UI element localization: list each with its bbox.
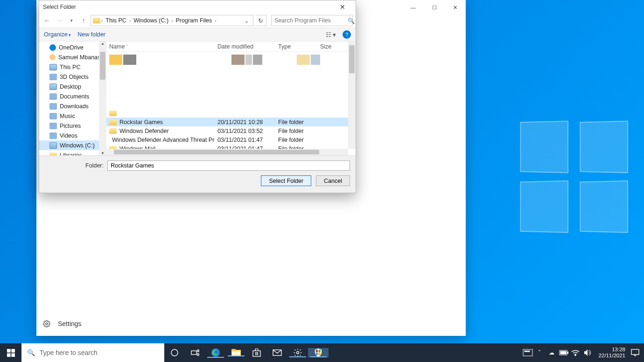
generic-icon [49, 123, 57, 129]
svg-rect-17 [257, 354, 259, 355]
cloud-icon [49, 44, 56, 51]
maximize-button[interactable]: ☐ [424, 0, 445, 15]
settings-icon[interactable] [287, 348, 308, 357]
input-indicator-icon[interactable] [523, 349, 532, 356]
svg-rect-8 [197, 354, 199, 355]
tree-item-label: Desktop [60, 84, 81, 90]
file-scrollbar-v[interactable] [348, 42, 356, 149]
organize-menu[interactable]: Organize [44, 31, 71, 38]
taskview-icon[interactable] [185, 349, 205, 356]
clock-date: 22/11/2021 [598, 353, 625, 359]
file-row[interactable]: Windows Mail03/11/2021 01:47File folder [106, 144, 348, 149]
view-menu[interactable]: ☷ ▾ [326, 31, 336, 38]
svg-point-31 [575, 355, 576, 356]
file-row[interactable]: Windows Defender03/11/2021 03:52File fol… [106, 126, 348, 135]
address-bar[interactable]: › This PC › Windows (C:) › Program Files… [91, 15, 253, 26]
tree-item[interactable]: Samuel Mbanasq [39, 52, 106, 62]
svg-rect-14 [255, 352, 257, 354]
help-icon[interactable]: ? [343, 30, 351, 39]
svg-rect-6 [191, 351, 196, 355]
file-row[interactable]: Windows Defender Advanced Threat Pro...0… [106, 135, 348, 144]
file-list: Name Date modified Type Size Rockstar Ga… [106, 42, 356, 155]
svg-rect-1 [7, 349, 11, 353]
file-name: Windows Defender Advanced Threat Pro... [112, 137, 215, 143]
file-row[interactable]: Rockstar Games20/11/2021 10:28File folde… [106, 118, 348, 126]
onedrive-tray-icon[interactable]: ☁ [547, 349, 556, 356]
taskbar-search[interactable]: 🔍 Type here to search [21, 343, 164, 362]
settings-nav[interactable]: Settings [43, 320, 82, 327]
tree-item-label: Documents [60, 93, 89, 100]
forward-button[interactable]: → [54, 15, 64, 26]
select-folder-button[interactable]: Select Folder [261, 175, 311, 186]
wifi-icon[interactable] [571, 349, 581, 356]
tray-chevron-icon[interactable]: ˄ [535, 349, 544, 356]
select-folder-dialog: Select Folder ✕ ← → ▾ ↑ › This PC › Wind… [39, 0, 356, 193]
minimize-button[interactable]: — [403, 0, 424, 15]
clock[interactable]: 13:28 22/11/2021 [595, 347, 628, 359]
tree-item[interactable]: Downloads [39, 101, 106, 111]
drive-icon [49, 142, 57, 149]
generic-icon [49, 74, 57, 80]
close-button[interactable]: ✕ [445, 0, 466, 15]
file-name: Windows Defender [119, 128, 169, 134]
start-button[interactable] [0, 343, 21, 362]
file-header[interactable]: Name Date modified Type Size [106, 42, 356, 52]
tree-item[interactable]: 3D Objects [39, 72, 106, 82]
search-input[interactable] [274, 17, 348, 24]
address-dropdown[interactable]: ⌄ [242, 17, 251, 24]
tree-item[interactable]: Music [39, 111, 106, 121]
file-type: File folder [275, 137, 317, 143]
edge-icon[interactable] [205, 348, 226, 358]
tree-item[interactable]: Videos [39, 131, 106, 140]
tree-item[interactable]: Desktop [39, 82, 106, 91]
back-button[interactable]: ← [42, 15, 52, 26]
file-date: 03/11/2021 03:52 [215, 128, 275, 134]
refresh-button[interactable]: ↻ [255, 15, 266, 26]
nav-tree[interactable]: OneDriveSamuel MbanasqThis PC3D ObjectsD… [39, 42, 106, 155]
tree-item[interactable]: Libraries [39, 150, 106, 155]
tree-item-label: Music [60, 113, 75, 119]
col-size[interactable]: Size [317, 43, 336, 50]
tree-item[interactable]: Documents [39, 91, 106, 101]
tree-item[interactable]: OneDrive [39, 42, 106, 52]
file-date: 03/11/2021 01:47 [215, 146, 275, 149]
up-button[interactable]: ↑ [78, 15, 89, 26]
svg-point-0 [46, 323, 48, 325]
cancel-button[interactable]: Cancel [316, 175, 350, 186]
search-box[interactable]: 🔍 [271, 15, 353, 26]
breadcrumb[interactable]: Program Files [174, 17, 214, 24]
explorer-icon[interactable] [226, 349, 246, 356]
dialog-titlebar: Select Folder ✕ [39, 0, 356, 14]
store-icon[interactable] [246, 348, 267, 357]
folder-icon [109, 128, 117, 134]
notifications-icon[interactable] [631, 349, 640, 356]
tree-scrollbar[interactable]: ▲ ▼ [99, 42, 106, 155]
col-date[interactable]: Date modified [215, 43, 275, 50]
dialog-toolbar: Organize New folder ☷ ▾ ? [39, 28, 356, 42]
tree-item[interactable]: This PC [39, 62, 106, 72]
col-type[interactable]: Type [275, 43, 317, 50]
file-name: Windows Mail [119, 146, 155, 149]
security-icon[interactable] [308, 348, 329, 357]
volume-icon[interactable] [583, 349, 593, 356]
breadcrumb[interactable]: This PC [104, 17, 128, 24]
recent-dropdown[interactable]: ▾ [66, 15, 77, 26]
mail-icon[interactable] [267, 349, 287, 356]
folder-input[interactable] [107, 160, 350, 171]
close-icon[interactable]: ✕ [333, 3, 352, 11]
clock-time: 13:28 [598, 347, 625, 353]
file-row-partial[interactable] [106, 109, 348, 118]
col-name[interactable]: Name [106, 43, 215, 50]
new-folder-button[interactable]: New folder [77, 31, 105, 38]
battery-icon[interactable] [559, 350, 568, 355]
tree-item[interactable]: Pictures [39, 121, 106, 131]
file-scrollbar-h[interactable] [106, 149, 348, 155]
breadcrumb[interactable]: Windows (C:) [132, 17, 170, 24]
svg-rect-7 [197, 350, 199, 352]
drive-icon [49, 84, 57, 90]
search-icon: 🔍 [27, 349, 35, 356]
tree-item[interactable]: Windows (C:) [39, 140, 106, 150]
svg-rect-20 [316, 350, 318, 352]
cortana-icon[interactable] [164, 348, 185, 357]
folder-icon [93, 18, 100, 23]
